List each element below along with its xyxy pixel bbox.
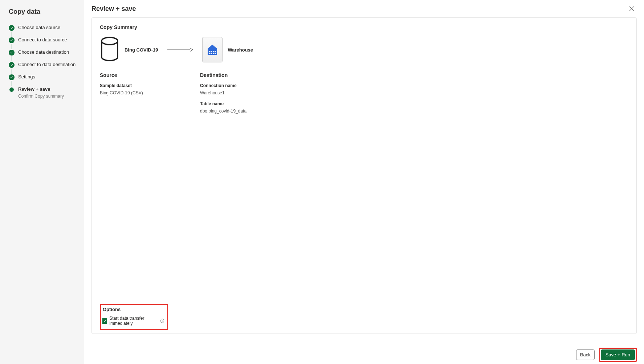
svg-rect-3 (211, 51, 212, 52)
step-review-save[interactable]: Review + save Confirm Copy summary (9, 83, 77, 102)
svg-rect-5 (215, 51, 216, 52)
app-root: Copy data Choose data source Connect to … (0, 0, 644, 364)
save-run-button[interactable]: Save + Run (601, 349, 635, 360)
close-icon (629, 6, 635, 12)
wizard-sidebar: Copy data Choose data source Connect to … (0, 0, 84, 364)
destination-name: Warehouse (228, 47, 253, 53)
info-icon[interactable]: i (160, 319, 164, 323)
sample-dataset-value: Bing COVID-19 (CSV) (100, 90, 200, 95)
step-label: Choose data source (18, 24, 60, 31)
database-icon (100, 37, 119, 63)
check-icon (9, 74, 15, 80)
step-connect-data-destination[interactable]: Connect to data destination (9, 58, 77, 71)
content-area: Copy Summary Bing COVID-19 (84, 17, 644, 341)
start-immediately-label: Start data transfer immediately (109, 316, 158, 326)
current-step-icon (9, 87, 14, 92)
options-heading: Options (102, 307, 164, 312)
flow-diagram: Bing COVID-19 Warehouse (100, 37, 628, 63)
check-icon (9, 37, 15, 43)
destination-details: Destination Connection name Warehouse1 T… (200, 70, 300, 119)
close-button[interactable] (627, 4, 637, 14)
svg-rect-6 (209, 53, 211, 54)
connection-name-value: Warehouse1 (200, 90, 300, 95)
warehouse-icon (202, 37, 223, 62)
step-settings[interactable]: Settings (9, 71, 77, 83)
step-label: Review + save (18, 86, 64, 93)
source-details: Source Sample dataset Bing COVID-19 (CSV… (100, 70, 200, 119)
destination-heading: Destination (200, 72, 300, 78)
source-name: Bing COVID-19 (125, 47, 158, 53)
start-immediately-checkbox[interactable] (102, 318, 107, 324)
summary-card: Copy Summary Bing COVID-19 (91, 17, 637, 334)
table-name-label: Table name (200, 101, 300, 106)
step-sublabel: Confirm Copy summary (18, 93, 64, 99)
source-node: Bing COVID-19 (100, 37, 158, 63)
options-section: Options Start data transfer immediately … (100, 304, 168, 330)
footer-actions: Back Save + Run (84, 341, 644, 364)
source-heading: Source (100, 72, 200, 78)
page-title: Review + save (91, 5, 136, 13)
sample-dataset-label: Sample dataset (100, 83, 200, 88)
details-row: Source Sample dataset Bing COVID-19 (CSV… (100, 70, 628, 119)
step-label: Choose data destination (18, 49, 69, 56)
summary-title: Copy Summary (100, 24, 628, 30)
svg-point-0 (102, 37, 118, 45)
step-label: Settings (18, 74, 35, 80)
main-header: Review + save (84, 0, 644, 17)
svg-rect-9 (215, 53, 216, 54)
save-run-highlight: Save + Run (599, 348, 637, 362)
check-icon (9, 50, 15, 56)
main-panel: Review + save Copy Summary Bing COVID-19 (84, 0, 644, 364)
svg-rect-4 (213, 51, 214, 52)
step-choose-data-source[interactable]: Choose data source (9, 21, 77, 34)
back-button[interactable]: Back (576, 349, 595, 360)
svg-rect-2 (209, 51, 211, 52)
svg-rect-7 (211, 53, 212, 54)
wizard-steps: Choose data source Connect to data sourc… (9, 21, 77, 102)
table-name-value: dbo.bing_covid-19_data (200, 109, 300, 114)
destination-node: Warehouse (202, 37, 253, 62)
arrow-icon (165, 47, 195, 52)
step-label: Connect to data source (18, 37, 67, 43)
svg-rect-8 (213, 53, 214, 54)
connection-name-label: Connection name (200, 83, 300, 88)
step-choose-data-destination[interactable]: Choose data destination (9, 46, 77, 58)
check-icon (9, 62, 15, 68)
sidebar-title: Copy data (9, 8, 77, 16)
checkmark-icon (103, 319, 107, 323)
step-label: Connect to data destination (18, 61, 76, 68)
start-immediately-row: Start data transfer immediately i (102, 316, 164, 326)
check-icon (9, 25, 15, 31)
step-connect-data-source[interactable]: Connect to data source (9, 34, 77, 46)
